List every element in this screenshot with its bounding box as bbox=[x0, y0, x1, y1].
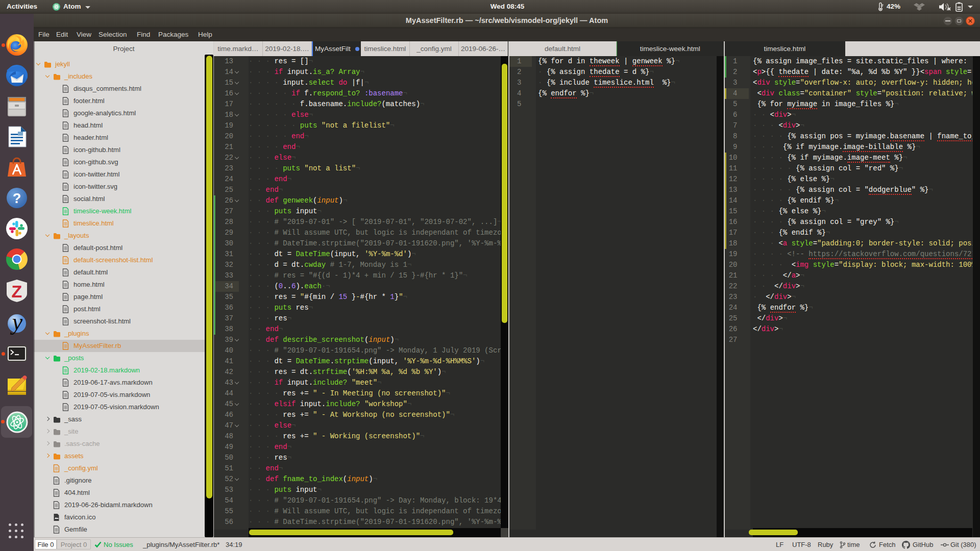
svg-text:y: y bbox=[10, 310, 23, 335]
svg-text:?: ? bbox=[13, 191, 21, 206]
svg-text:Z: Z bbox=[12, 282, 22, 301]
